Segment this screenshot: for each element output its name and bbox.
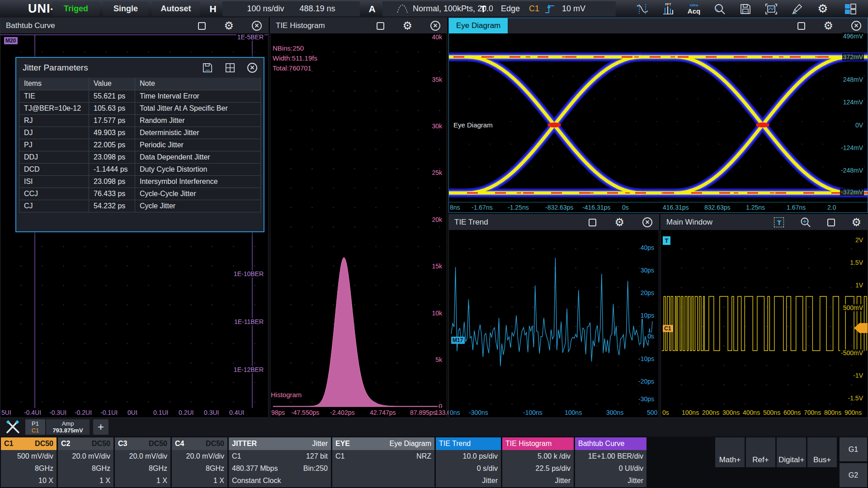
axis-label: -20ps: [637, 378, 655, 385]
panel-gear-icon[interactable]: ⚙: [614, 218, 624, 227]
channel-setting: 10 X: [38, 477, 53, 485]
table-cell: Random Jitter: [135, 114, 261, 127]
panel-checkbox[interactable]: [198, 22, 206, 30]
dialog-close-icon[interactable]: ×: [247, 63, 257, 73]
measurement-row: P1 C1 Amp 793.875mV +: [0, 418, 868, 436]
panel-close-icon[interactable]: ×: [252, 21, 262, 31]
panel-checkbox[interactable]: [377, 22, 384, 30]
g2-button[interactable]: G2: [840, 463, 867, 487]
mode-setting: 22.5 ps/div: [536, 465, 571, 473]
eye-plot[interactable]: Eye Diagram 496mV372mV248mV124mV0V-124mV…: [449, 33, 868, 202]
timebase-panel[interactable]: 100 ns/div 488.19 ns: [222, 1, 360, 16]
channel-setting: 1 X: [213, 477, 224, 485]
table-cell: 23.098 ps: [89, 175, 135, 188]
panel-checkbox[interactable]: [797, 22, 805, 30]
save-icon[interactable]: [202, 62, 213, 73]
histogram-trace: [270, 33, 447, 408]
zoom-in-icon[interactable]: [800, 217, 811, 228]
axis-label: 1E-12BER: [233, 366, 264, 373]
table-row[interactable]: DDJ23.098 psData Dependent Jitter: [19, 151, 261, 163]
mode-status-box[interactable]: TIE Trend10.0 ps/div0 s/divJitter: [436, 437, 501, 487]
fft-icon[interactable]: FFT: [658, 1, 679, 17]
math-button[interactable]: Math+: [715, 437, 745, 467]
panel-gear-icon[interactable]: ⚙: [823, 21, 833, 30]
eye-status-box[interactable]: EYE Eye Diagram C1NRZ: [332, 437, 434, 487]
trend-plot[interactable]: M17 40ps30ps20ps10ps0s-10ps-20ps-30ps: [449, 230, 659, 408]
bus-button[interactable]: Bus+: [807, 437, 837, 467]
clear-brush-icon[interactable]: [787, 1, 807, 17]
settings-gear-icon[interactable]: ⚙: [812, 1, 833, 17]
dialog-header[interactable]: Jitter Parameters ×: [16, 58, 264, 78]
trigger-key[interactable]: T: [474, 1, 493, 16]
ultra-acq-icon[interactable]: Ultra Acq: [684, 1, 704, 17]
table-row[interactable]: ISI23.098 psIntersymbol Interference: [19, 175, 261, 188]
search-icon[interactable]: [709, 1, 730, 17]
panel-checkbox[interactable]: [827, 219, 835, 226]
axis-label: 40k: [431, 33, 443, 41]
table-row[interactable]: RJ17.577 psRandom Jitter: [19, 114, 261, 127]
panel-gear-icon[interactable]: ⚙: [851, 218, 861, 227]
table-row[interactable]: CJ54.232 psCycle Jitter: [19, 200, 261, 212]
table-row[interactable]: DJ49.903 psDeterministic Jitter: [19, 127, 261, 139]
trigger-type: Edge: [501, 4, 520, 14]
mode-status-box[interactable]: Bathtub Curve1E+1.00 BER/div0 UI/divJitt…: [575, 437, 646, 487]
table-row[interactable]: PJ22.005 psPeriodic Jitter: [19, 139, 261, 151]
axis-label: -0.3UI: [49, 409, 66, 416]
digital-button[interactable]: Digital+: [777, 437, 806, 467]
eye-diagram-tab[interactable]: Eye Diagram: [449, 18, 508, 33]
panel-close-icon[interactable]: ×: [642, 217, 652, 227]
axis-label: -30ps: [637, 395, 655, 403]
panel-gear-icon[interactable]: ⚙: [224, 21, 234, 30]
channel-setting: 8GHz: [149, 465, 167, 473]
channel-status-box-c4[interactable]: C4DC5020.0 mV/div8GHz1 X: [172, 437, 227, 487]
axis-label: 0V: [854, 122, 864, 129]
trigger-time-marker[interactable]: T: [663, 236, 670, 245]
panel-gear-icon[interactable]: ⚙: [402, 21, 412, 30]
channel-status-box-c1[interactable]: C1DC50500 mV/div8GHz10 X: [1, 437, 57, 487]
table-row[interactable]: TIE55.621 psTime Interval Error: [19, 90, 261, 102]
table-view-icon[interactable]: [225, 62, 236, 73]
screenshot-icon[interactable]: [761, 1, 782, 17]
axis-label: 1V: [854, 282, 864, 289]
axis-label: -300ns: [469, 409, 488, 416]
main-window-plot[interactable]: T C1 2V1.5V1V500mV-500mV-1V-1.5V: [661, 230, 868, 408]
g1-button[interactable]: G1: [840, 437, 867, 461]
table-row[interactable]: TJ@BER=10e-12105.63 psTotal Jitter At A …: [19, 102, 261, 114]
table-cell: ISI: [19, 175, 89, 188]
channel-status-box-c3[interactable]: C3DC5020.0 mV/div8GHz1 X: [115, 437, 170, 487]
histogram-plot[interactable]: NBins:250 Width:511.19fs Total:760701 Hi…: [270, 33, 447, 408]
status-bar: C1DC50500 mV/div8GHz10 XC2DC5020.0 mV/di…: [0, 436, 868, 488]
measurement-p1-source[interactable]: P1 C1: [25, 419, 45, 435]
panel-close-icon[interactable]: ×: [851, 21, 861, 31]
jitter-status-box[interactable]: JITTER Jitter C1127 bit 480.377 MbpsBin:…: [229, 437, 331, 487]
table-row[interactable]: DCD-1.1444 psDuty Cycle Distortion: [19, 163, 261, 175]
measure-tools-icon[interactable]: [5, 420, 22, 435]
trigger-position-icon[interactable]: T: [774, 217, 784, 227]
single-button[interactable]: Single: [103, 1, 148, 16]
channel-name: C3: [118, 440, 127, 448]
acquire-key[interactable]: A: [363, 1, 382, 16]
cursor-measure-icon[interactable]: [632, 1, 653, 17]
trigger-panel[interactable]: Edge C1 10 mV: [493, 1, 616, 16]
ref-button[interactable]: Ref+: [746, 437, 775, 467]
save-icon[interactable]: [735, 1, 756, 17]
axis-label: 20k: [431, 216, 443, 223]
add-measurement-button[interactable]: +: [93, 419, 108, 435]
measurement-p1-value[interactable]: Amp 793.875mV: [46, 419, 90, 435]
axis-label: -0.2UI: [75, 409, 92, 416]
horizontal-key[interactable]: H: [203, 1, 222, 16]
panel-checkbox[interactable]: [589, 219, 596, 226]
marker-badge: M17: [451, 337, 465, 344]
axis-label: 0ns: [450, 409, 460, 416]
table-cell: Deterministic Jitter: [135, 127, 261, 139]
channel-name: C1: [4, 440, 13, 448]
table-row[interactable]: CCJ76.433 psCycle-Cycle Jitter: [19, 188, 261, 200]
table-cell: Duty Cycle Distortion: [135, 163, 261, 175]
autoset-button[interactable]: Autoset: [152, 1, 200, 16]
channel-status-box-c2[interactable]: C2DC5020.0 mV/div8GHz1 X: [58, 437, 113, 487]
trigger-status-button[interactable]: Triged: [52, 1, 99, 16]
table-cell: TJ@BER=10e-12: [19, 102, 89, 114]
mode-status-box[interactable]: TIE Histogram5.00 k /div22.5 ps/divJitte…: [502, 437, 574, 487]
panel-close-icon[interactable]: ×: [430, 21, 440, 31]
window-layout-icon[interactable]: [840, 1, 861, 17]
